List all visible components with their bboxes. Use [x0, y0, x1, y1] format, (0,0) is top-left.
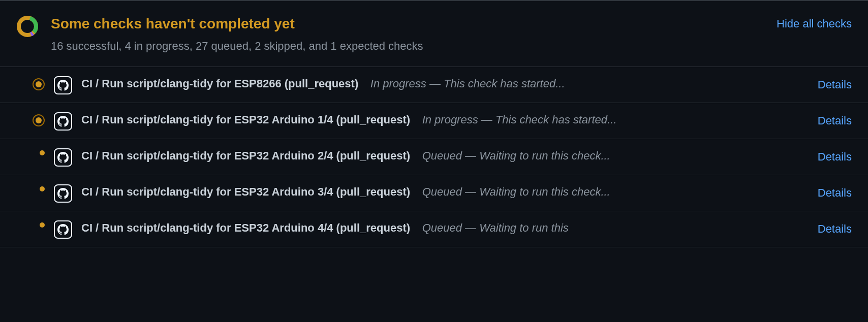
status-column [16, 219, 45, 228]
check-row: CI / Run script/clang-tidy for ESP32 Ard… [0, 103, 868, 139]
queued-icon [40, 150, 45, 155]
github-avatar-icon [54, 112, 72, 131]
status-column [16, 75, 45, 90]
check-status-text: In progress — This check has started... [370, 77, 565, 90]
check-row: CI / Run script/clang-tidy for ESP32 Ard… [0, 139, 868, 175]
details-link[interactable]: Details [818, 147, 852, 165]
check-status-text: Queued — Waiting to run this check... [422, 149, 610, 162]
details-link[interactable]: Details [818, 75, 852, 93]
status-column [16, 111, 45, 126]
github-avatar-icon [54, 184, 72, 203]
details-link[interactable]: Details [818, 111, 852, 129]
checks-header: Some checks haven't completed yet 16 suc… [0, 1, 868, 67]
avatar-column [51, 75, 75, 94]
details-link[interactable]: Details [818, 183, 852, 201]
status-donut-icon [16, 15, 39, 38]
in-progress-icon [33, 78, 45, 90]
check-content: CI / Run script/clang-tidy for ESP32 Ard… [81, 111, 640, 128]
check-name: CI / Run script/clang-tidy for ESP8266 (… [81, 77, 358, 90]
check-row: CI / Run script/clang-tidy for ESP32 Ard… [0, 211, 868, 247]
check-status-text: Queued — Waiting to run this check... [422, 185, 610, 198]
queued-icon [40, 186, 45, 191]
avatar-column [51, 111, 75, 131]
in-progress-icon [33, 114, 45, 126]
check-name: CI / Run script/clang-tidy for ESP32 Ard… [81, 221, 410, 234]
queued-icon [40, 222, 45, 228]
check-content: CI / Run script/clang-tidy for ESP32 Ard… [81, 183, 640, 200]
check-content: CI / Run script/clang-tidy for ESP32 Ard… [81, 147, 640, 164]
check-row: CI / Run script/clang-tidy for ESP32 Ard… [0, 175, 868, 211]
check-row: CI / Run script/clang-tidy for ESP8266 (… [0, 67, 868, 103]
github-avatar-icon [54, 148, 72, 167]
avatar-column [51, 147, 75, 167]
avatar-column [51, 183, 75, 203]
check-status-text: In progress — This check has started... [422, 113, 617, 126]
check-content: CI / Run script/clang-tidy for ESP8266 (… [81, 75, 640, 92]
header-title: Some checks haven't completed yet [51, 13, 777, 35]
github-avatar-icon [54, 76, 72, 94]
check-content: CI / Run script/clang-tidy for ESP32 Ard… [81, 219, 640, 236]
header-subtitle: 16 successful, 4 in progress, 27 queued,… [51, 38, 777, 54]
details-link[interactable]: Details [818, 219, 852, 237]
github-avatar-icon [54, 220, 72, 239]
check-status-text: Queued — Waiting to run this [422, 221, 569, 234]
hide-all-checks-link[interactable]: Hide all checks [777, 15, 852, 32]
header-text-block: Some checks haven't completed yet 16 suc… [51, 13, 777, 54]
check-name: CI / Run script/clang-tidy for ESP32 Ard… [81, 113, 410, 126]
avatar-column [51, 219, 75, 239]
status-column [16, 183, 45, 191]
status-column [16, 147, 45, 155]
check-name: CI / Run script/clang-tidy for ESP32 Ard… [81, 185, 410, 198]
check-name: CI / Run script/clang-tidy for ESP32 Ard… [81, 149, 410, 162]
checks-panel: Some checks haven't completed yet 16 suc… [0, 0, 868, 247]
